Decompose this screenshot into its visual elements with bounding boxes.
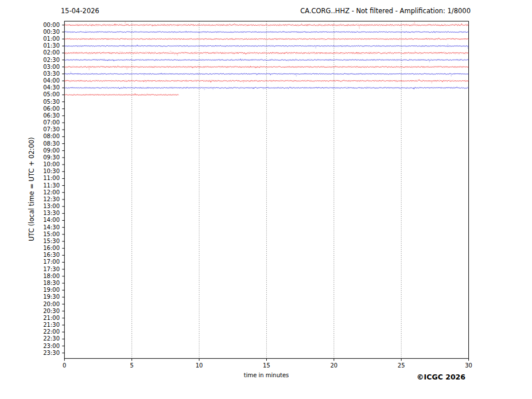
x-tick-label: 15: [255, 362, 278, 369]
y-tick-label: 21:00: [23, 315, 60, 322]
y-tick-label: 07:30: [23, 126, 60, 133]
y-tick-label: 03:00: [23, 64, 60, 71]
y-tick-label: 03:30: [23, 71, 60, 77]
y-tick-label: 22:30: [23, 335, 60, 342]
y-tick-label: 23:00: [23, 343, 60, 350]
x-tick-label: 10: [188, 362, 211, 369]
credit-text: ©ICGC 2026: [417, 373, 465, 381]
trace-halo: [64, 93, 178, 96]
y-tick-label: 02:00: [23, 49, 60, 56]
y-tick-label: 13:30: [23, 210, 60, 217]
y-tick-label: 20:00: [23, 301, 60, 308]
y-tick-label: 06:30: [23, 112, 60, 119]
y-tick-label: 19:30: [23, 294, 60, 300]
y-tick-label: 05:00: [23, 91, 60, 98]
y-tick-label: 07:00: [23, 119, 60, 126]
y-tick-label: 21:30: [23, 322, 60, 328]
y-tick-label: 00:30: [23, 29, 60, 36]
x-tick-label: 25: [390, 362, 413, 369]
y-tick-label: 18:00: [23, 273, 60, 280]
y-tick-label: 15:00: [23, 231, 60, 238]
y-tick-label: 17:30: [23, 266, 60, 273]
y-tick-label: 01:30: [23, 42, 60, 49]
y-tick-label: 14:30: [23, 224, 60, 231]
y-tick-label: 14:00: [23, 217, 60, 224]
y-tick-label: 12:00: [23, 189, 60, 196]
y-tick-label: 05:30: [23, 99, 60, 105]
y-tick-label: 09:30: [23, 154, 60, 161]
y-tick-label: 11:30: [23, 182, 60, 189]
y-tick-label: 12:30: [23, 196, 60, 203]
y-tick-label: 08:00: [23, 133, 60, 140]
y-tick-label: 00:00: [23, 22, 60, 29]
x-tick-label: 20: [323, 362, 345, 369]
y-tick-label: 15:30: [23, 238, 60, 245]
y-tick-label: 13:00: [23, 203, 60, 210]
x-axis-label: time in minutes: [209, 372, 324, 378]
x-tick-label: 0: [53, 362, 76, 369]
helicorder-plot-area: [0, 0, 532, 399]
y-tick-label: 16:00: [23, 245, 60, 252]
y-tick-label: 20:30: [23, 308, 60, 315]
helicorder-figure: 15-04-2026 CA.CORG..HHZ - Not filtered -…: [0, 0, 532, 399]
y-tick-label: 19:00: [23, 287, 60, 294]
x-tick-label: 5: [121, 362, 143, 369]
y-tick-label: 04:00: [23, 77, 60, 84]
y-tick-label: 09:00: [23, 147, 60, 154]
y-tick-label: 17:00: [23, 259, 60, 265]
y-tick-label: 10:00: [23, 161, 60, 168]
trace-halo: [64, 65, 468, 70]
trace-row: [64, 24, 468, 26]
y-tick-label: 18:30: [23, 280, 60, 287]
y-tick-label: 10:30: [23, 168, 60, 175]
y-tick-label: 01:00: [23, 36, 60, 42]
y-tick-label: 11:00: [23, 175, 60, 182]
x-tick-label: 30: [457, 362, 480, 369]
y-tick-label: 02:30: [23, 57, 60, 64]
y-tick-label: 08:30: [23, 140, 60, 147]
y-tick-label: 06:00: [23, 105, 60, 112]
y-tick-label: 04:30: [23, 84, 60, 91]
y-tick-label: 16:30: [23, 252, 60, 259]
y-tick-label: 22:00: [23, 328, 60, 335]
y-tick-label: 23:30: [23, 350, 60, 357]
